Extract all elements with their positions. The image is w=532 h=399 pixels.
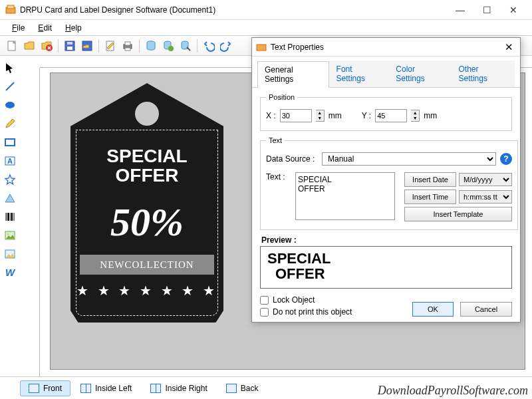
- x-label: X :: [266, 111, 276, 120]
- svg-rect-5: [67, 47, 72, 50]
- y-input[interactable]: [375, 109, 407, 122]
- star-tool-icon[interactable]: [2, 172, 18, 188]
- x-spinner[interactable]: ▲▼: [316, 110, 325, 122]
- insert-template-button[interactable]: Insert Template: [404, 207, 512, 221]
- y-spinner[interactable]: ▲▼: [411, 110, 420, 122]
- page-tab-front[interactable]: Front: [20, 380, 70, 396]
- watermark: DownloadPayrollSoftware.com: [378, 384, 528, 398]
- position-group: Position X : ▲▼ mm Y : ▲▼ mm: [260, 93, 512, 131]
- tag-percent: 50%: [70, 200, 223, 245]
- title-bar: DRPU Card and Label Designer Software (D…: [0, 0, 532, 20]
- ok-button[interactable]: OK: [412, 302, 454, 317]
- lock-checkbox[interactable]: Lock Object: [260, 295, 412, 305]
- insert-time-button[interactable]: Insert Time: [404, 190, 456, 204]
- pointer-tool-icon[interactable]: [2, 60, 18, 76]
- line-tool-icon[interactable]: [2, 78, 18, 94]
- menu-bar: File Edit Help: [0, 20, 532, 36]
- tab-color[interactable]: Color Settings: [388, 61, 451, 87]
- dialog-titlebar[interactable]: Text Properties ✕: [252, 38, 520, 57]
- svg-rect-10: [125, 42, 130, 45]
- barcode-tool-icon[interactable]: [2, 209, 18, 225]
- redo-icon[interactable]: [218, 38, 234, 54]
- cancel-button[interactable]: Cancel: [460, 302, 512, 317]
- new-icon[interactable]: [4, 38, 20, 54]
- close-button[interactable]: ✕: [500, 1, 527, 19]
- undo-icon[interactable]: [201, 38, 217, 54]
- datasource-label: Data Source :: [266, 154, 318, 164]
- noprint-checkbox[interactable]: Do not print this object: [260, 307, 412, 317]
- db-icon[interactable]: [143, 38, 159, 54]
- tool-palette: A W: [0, 56, 20, 376]
- svg-rect-11: [125, 48, 130, 51]
- dialog-tabs: General Settings Font Settings Color Set…: [252, 57, 520, 88]
- svg-point-28: [7, 233, 9, 235]
- text-input[interactable]: [295, 172, 395, 220]
- rect-tool-icon[interactable]: [2, 134, 18, 150]
- menu-file[interactable]: File: [5, 22, 31, 34]
- insert-date-button[interactable]: Insert Date: [404, 172, 456, 187]
- tab-other[interactable]: Other Settings: [452, 61, 515, 87]
- tab-general[interactable]: General Settings: [257, 61, 329, 88]
- y-label: Y :: [362, 111, 371, 120]
- tab-font[interactable]: Font Settings: [329, 61, 389, 87]
- svg-rect-18: [5, 139, 15, 146]
- edit-icon[interactable]: [102, 38, 118, 54]
- photo-tool-icon[interactable]: [2, 246, 18, 262]
- open-delete-icon[interactable]: [39, 38, 55, 54]
- dialog-icon: [256, 42, 267, 53]
- save-as-icon[interactable]: [79, 38, 95, 54]
- date-format-select[interactable]: M/d/yyyy: [459, 173, 512, 186]
- tag-stars: ★ ★ ★ ★ ★ ★ ★: [70, 283, 223, 299]
- text-properties-dialog: Text Properties ✕ General Settings Font …: [251, 37, 521, 323]
- wordart-tool-icon[interactable]: W: [2, 265, 18, 281]
- dialog-close-icon[interactable]: ✕: [501, 40, 516, 55]
- page-tab-inside-right[interactable]: Inside Right: [142, 380, 215, 396]
- text-group: Text Data Source : Manual ? Text : Inser…: [260, 136, 518, 230]
- triangle-tool-icon[interactable]: [2, 190, 18, 206]
- help-icon[interactable]: ?: [500, 153, 512, 165]
- save-icon[interactable]: [62, 38, 78, 54]
- menu-edit[interactable]: Edit: [31, 22, 59, 34]
- menu-help[interactable]: Help: [59, 22, 88, 34]
- svg-text:A: A: [7, 157, 13, 165]
- pencil-tool-icon[interactable]: [2, 116, 18, 132]
- label-tag[interactable]: SPECIALOFFER 50% NEWCOLLECTION ★ ★ ★ ★ ★…: [70, 83, 223, 323]
- ruler-vertical: [20, 68, 40, 376]
- page-tab-inside-left[interactable]: Inside Left: [72, 380, 140, 396]
- datasource-select[interactable]: Manual: [322, 152, 496, 166]
- db-edit-icon[interactable]: [160, 38, 176, 54]
- preview-label: Preview :: [261, 235, 511, 245]
- time-format-select[interactable]: h:mm:ss tt: [459, 190, 512, 203]
- svg-rect-1: [7, 5, 14, 9]
- svg-point-17: [5, 102, 15, 108]
- window-title: DRPU Card and Label Designer Software (D…: [20, 5, 447, 15]
- text-label: Text :: [266, 172, 291, 182]
- page-tab-back[interactable]: Back: [217, 380, 267, 396]
- tag-band: NEWCOLLECTION: [80, 255, 214, 275]
- tag-headline: SPECIALOFFER: [70, 146, 223, 186]
- ellipse-tool-icon[interactable]: [2, 97, 18, 113]
- image-tool-icon[interactable]: [2, 227, 18, 243]
- open-icon[interactable]: [21, 38, 37, 54]
- print-icon[interactable]: [120, 38, 136, 54]
- x-input[interactable]: [280, 109, 312, 122]
- svg-rect-6: [67, 42, 72, 45]
- svg-rect-31: [257, 45, 266, 51]
- svg-text:W: W: [5, 267, 16, 278]
- text-tool-icon[interactable]: A: [2, 153, 18, 169]
- tag-hole: [135, 102, 159, 126]
- dialog-title: Text Properties: [271, 43, 501, 52]
- minimize-button[interactable]: —: [447, 1, 473, 19]
- svg-line-16: [6, 82, 14, 90]
- maximize-button[interactable]: ☐: [473, 1, 500, 19]
- app-icon: [5, 5, 16, 15]
- preview-box: SPECIAL OFFER: [260, 246, 512, 289]
- db-view-icon[interactable]: [178, 38, 194, 54]
- svg-point-14: [168, 46, 174, 51]
